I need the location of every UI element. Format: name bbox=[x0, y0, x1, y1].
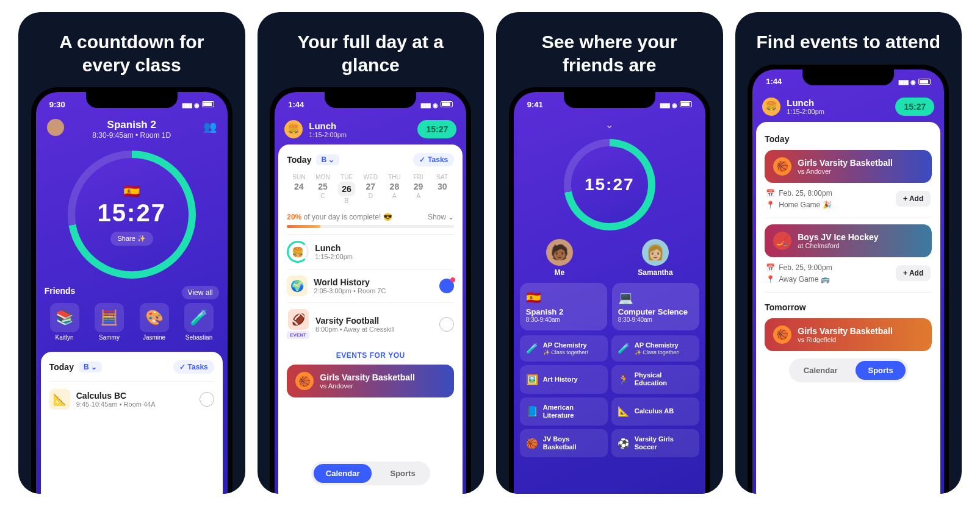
event-title: Boys JV Ice Hockey bbox=[798, 232, 878, 242]
chat-icon[interactable] bbox=[439, 279, 454, 293]
friend-item[interactable]: 🎨Jasmine bbox=[134, 303, 175, 341]
schedule-item[interactable]: 🍔 Lunch1:15-2:00pm bbox=[287, 234, 454, 269]
countdown-ring: 🇪🇸 15:27 Share ✨ bbox=[36, 151, 228, 279]
class-name: Calculus BC bbox=[76, 391, 156, 401]
friend-label: Samantha bbox=[638, 268, 672, 277]
tab-calendar[interactable]: Calendar bbox=[791, 361, 850, 380]
cell-icon: 🧪 bbox=[526, 343, 538, 354]
day-letter-chip[interactable]: B ⌄ bbox=[316, 154, 339, 165]
event-location: Home Game 🎉 bbox=[779, 201, 831, 209]
current-class-title: Lunch bbox=[309, 121, 347, 131]
friend-item[interactable]: 🧪Sebastian bbox=[179, 303, 219, 341]
day-cell[interactable]: MON25C bbox=[311, 174, 334, 204]
day-cell[interactable]: SAT30 bbox=[430, 174, 454, 204]
tab-calendar[interactable]: Calendar bbox=[314, 464, 372, 483]
tab-sports[interactable]: Sports bbox=[378, 464, 427, 483]
calendar-icon: 📅 bbox=[766, 189, 775, 198]
cell-icon: 🏀 bbox=[526, 438, 538, 449]
cell-icon: ⚽ bbox=[618, 438, 630, 449]
friend-column[interactable]: 👩🏼Samantha bbox=[638, 239, 672, 277]
panel-title: Find events to attend bbox=[750, 30, 946, 54]
football-icon: 🏈 bbox=[288, 309, 309, 330]
grid-cell[interactable]: 📘American Literature bbox=[520, 397, 608, 426]
timer-pill[interactable]: 15:27 bbox=[895, 98, 934, 116]
hockey-icon: 🏒 bbox=[773, 232, 791, 250]
grid-cell[interactable]: 🏀JV Boys Basketball bbox=[520, 429, 608, 457]
panel-title: A countdown for every class bbox=[27, 30, 237, 76]
add-friend-icon[interactable]: 👥 bbox=[203, 120, 217, 134]
class-card[interactable]: 🇪🇸Spanish 28:30-9:40am bbox=[520, 283, 607, 330]
view-all-button[interactable]: View all bbox=[182, 286, 219, 299]
day-cell[interactable]: SUN24 bbox=[287, 174, 311, 204]
event-card[interactable]: 🏀 Girls Varsity Basketballvs Andover bbox=[765, 150, 932, 183]
countdown-ring: 15:27 bbox=[514, 139, 705, 230]
pull-handle-icon[interactable]: ⌄ bbox=[514, 119, 705, 130]
grid-cell[interactable]: 🖼️Art History bbox=[520, 365, 608, 393]
event-date: Feb. 25, 8:00pm bbox=[779, 189, 832, 198]
class-header: Spanish 2 8:30-9:45am • Room 1D 👥 bbox=[36, 116, 228, 146]
class-subtitle: 8:30-9:45am • Room 1D bbox=[36, 131, 228, 140]
schedule-item[interactable]: 🌍 World History2:05-3:00pm • Room 7C bbox=[287, 269, 454, 302]
event-card[interactable]: 🏀 Girls Varsity Basketballvs Andover bbox=[287, 365, 454, 397]
avatar-icon: 👩🏼 bbox=[642, 239, 669, 266]
add-event-button[interactable]: + Add bbox=[896, 265, 931, 281]
today-card: Today B ⌄ ✓ Tasks 📐 Calculus BC 9:45-10:… bbox=[41, 352, 223, 494]
event-title: Girls Varsity Basketball bbox=[798, 326, 893, 336]
wifi-icon bbox=[194, 100, 200, 109]
event-detail: 📅Feb. 25, 9:00pm 📍Away Game 🚌 + Add bbox=[765, 257, 932, 293]
event-location: Away Game 🚌 bbox=[779, 275, 829, 283]
day-cell-active[interactable]: TUE26B bbox=[335, 174, 359, 204]
signal-icon bbox=[660, 100, 669, 109]
cell-icon: 🖼️ bbox=[526, 374, 538, 385]
chevron-down-icon: ⌄ bbox=[328, 155, 334, 164]
cell-icon: 📐 bbox=[618, 405, 630, 417]
show-toggle[interactable]: Show ⌄ bbox=[428, 213, 454, 221]
current-class-title: Lunch bbox=[787, 98, 824, 108]
basketball-icon: 🏀 bbox=[295, 372, 314, 390]
event-card[interactable]: 🏒 Boys JV Ice Hockeyat Chelmsford bbox=[765, 224, 932, 257]
item-title: World History bbox=[314, 277, 386, 287]
event-sub: vs Andover bbox=[320, 382, 415, 390]
chat-icon[interactable] bbox=[200, 392, 214, 407]
day-cell[interactable]: FRI29A bbox=[406, 174, 430, 204]
notch bbox=[325, 92, 416, 108]
grid-cell[interactable]: 🧪AP Chemistry✨ Class together! bbox=[611, 335, 699, 362]
tasks-button[interactable]: ✓ Tasks bbox=[173, 360, 214, 374]
event-title: Girls Varsity Basketball bbox=[798, 158, 893, 168]
chat-icon[interactable] bbox=[439, 317, 454, 332]
day-cell[interactable]: WED27D bbox=[359, 174, 383, 204]
grid-cell[interactable]: 📐Calculus AB bbox=[611, 397, 699, 426]
grid-cell[interactable]: 🏃Physical Education bbox=[611, 365, 699, 393]
me-column[interactable]: 🧑🏾Me bbox=[546, 239, 573, 277]
event-card[interactable]: 🏀 Girls Varsity Basketballvs Ridgefield bbox=[765, 318, 932, 351]
day-cell[interactable]: THU28A bbox=[383, 174, 406, 204]
item-sub: 8:00pm • Away at Cresskill bbox=[315, 326, 395, 333]
basketball-icon: 🏀 bbox=[773, 157, 791, 176]
status-time: 9:41 bbox=[527, 100, 543, 109]
class-card[interactable]: 💻Computer Science8:30-9:40am bbox=[612, 283, 699, 330]
tasks-button[interactable]: ✓ Tasks bbox=[413, 153, 454, 166]
cell-title: Art History bbox=[543, 376, 578, 383]
tab-sports[interactable]: Sports bbox=[856, 361, 905, 380]
wifi-icon bbox=[433, 100, 438, 109]
day-letter-chip[interactable]: B ⌄ bbox=[79, 362, 102, 372]
week-row: SUN24 MON25C TUE26B WED27D THU28A FRI29A… bbox=[287, 174, 454, 204]
today-label: Today bbox=[49, 362, 74, 372]
avatar-icon: 🧑🏾 bbox=[546, 239, 573, 266]
timer-pill[interactable]: 15:27 bbox=[417, 120, 456, 138]
grid-cell[interactable]: 🧪AP Chemistry✨ Class together! bbox=[520, 335, 608, 362]
class-row[interactable]: 📐 Calculus BC 9:45-10:45am • Room 44A bbox=[49, 381, 214, 417]
friends-label: Friends bbox=[45, 286, 76, 299]
share-button[interactable]: Share ✨ bbox=[110, 232, 153, 246]
panel-title: Your full day at a glance bbox=[266, 30, 476, 76]
friend-name: Sebastian bbox=[186, 334, 212, 341]
globe-icon: 🌍 bbox=[287, 276, 308, 296]
schedule-item[interactable]: 🏈 EVENT Varsity Football8:00pm • Away at… bbox=[287, 302, 454, 345]
current-class-time: 1:15-2:00pm bbox=[309, 131, 347, 138]
friend-name: Kaitlyn bbox=[55, 334, 73, 341]
add-event-button[interactable]: + Add bbox=[896, 191, 931, 207]
friend-item[interactable]: 🧮Sammy bbox=[89, 303, 129, 341]
grid-cell[interactable]: ⚽Varsity Girls Soccer bbox=[611, 429, 699, 457]
today-label: Today bbox=[765, 134, 932, 144]
friend-item[interactable]: 📚Kaitlyn bbox=[45, 303, 85, 341]
